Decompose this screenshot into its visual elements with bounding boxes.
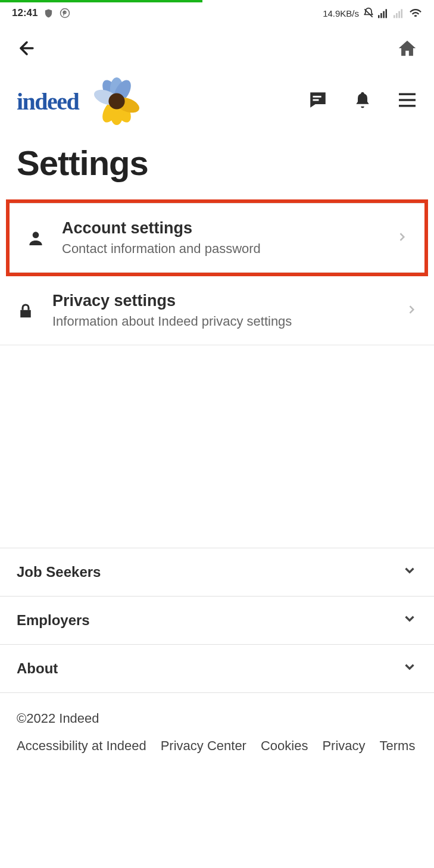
setting-title: Privacy settings <box>52 292 405 310</box>
chevron-down-icon <box>402 659 417 678</box>
svg-rect-5 <box>394 15 395 18</box>
footer-section-label: Job Seekers <box>17 564 101 580</box>
chevron-down-icon <box>402 611 417 630</box>
home-button[interactable] <box>397 38 417 61</box>
footer-link-privacy-center[interactable]: Privacy Center <box>161 738 246 754</box>
privacy-settings-item[interactable]: Privacy settings Information about Indee… <box>0 276 434 345</box>
footer-section-employers[interactable]: Employers <box>0 596 434 644</box>
svg-rect-6 <box>396 13 398 18</box>
chevron-right-icon <box>405 304 417 318</box>
copyright-text: ©2022 Indeed <box>17 711 417 726</box>
footer-section-job-seekers[interactable]: Job Seekers <box>0 548 434 596</box>
svg-rect-1 <box>378 15 380 18</box>
status-progress-strip <box>0 0 202 2</box>
footer-link-cookies[interactable]: Cookies <box>261 738 308 754</box>
shield-icon <box>43 8 54 18</box>
setting-desc: Contact information and password <box>62 241 396 257</box>
footer-link-privacy[interactable]: Privacy <box>322 738 365 754</box>
legal-footer: ©2022 Indeed Accessibility at Indeed Pri… <box>0 693 434 772</box>
back-button[interactable] <box>17 38 37 61</box>
footer-link-terms[interactable]: Terms <box>380 738 416 754</box>
svg-point-20 <box>33 232 39 238</box>
pinterest-icon <box>60 8 70 18</box>
notifications-button[interactable] <box>353 90 372 112</box>
wifi-icon <box>409 8 422 18</box>
chevron-down-icon <box>402 563 417 582</box>
svg-rect-19 <box>313 99 319 101</box>
status-net-speed: 14.9KB/s <box>323 8 359 18</box>
footer-section-label: Employers <box>17 612 90 629</box>
signal-weak-icon <box>394 8 405 18</box>
person-icon <box>26 229 54 248</box>
svg-rect-8 <box>401 9 403 18</box>
mute-icon <box>363 7 374 19</box>
svg-rect-7 <box>398 11 400 18</box>
svg-rect-18 <box>313 96 321 98</box>
footer-section-about[interactable]: About <box>0 644 434 693</box>
indeed-logo[interactable]: indeed <box>17 88 79 115</box>
setting-title: Account settings <box>62 219 396 238</box>
status-bar: 12:41 14.9KB/s <box>0 0 434 26</box>
menu-button[interactable] <box>397 92 417 111</box>
svg-rect-21 <box>20 310 31 317</box>
account-settings-item[interactable]: Account settings Contact information and… <box>10 203 424 273</box>
messages-button[interactable] <box>308 90 328 113</box>
status-time: 12:41 <box>12 7 38 19</box>
svg-rect-3 <box>383 11 385 18</box>
setting-desc: Information about Indeed privacy setting… <box>52 314 405 329</box>
lock-icon <box>17 302 44 320</box>
account-settings-highlight: Account settings Contact information and… <box>6 199 428 276</box>
page-title: Settings <box>0 143 434 199</box>
svg-rect-4 <box>386 9 388 18</box>
footer-link-accessibility[interactable]: Accessibility at Indeed <box>17 738 146 754</box>
svg-rect-2 <box>380 13 382 18</box>
footer-section-label: About <box>17 660 58 677</box>
chevron-right-icon <box>396 231 408 245</box>
svg-point-17 <box>109 93 125 109</box>
sunflower-icon <box>93 77 140 125</box>
signal-icon <box>378 8 390 18</box>
